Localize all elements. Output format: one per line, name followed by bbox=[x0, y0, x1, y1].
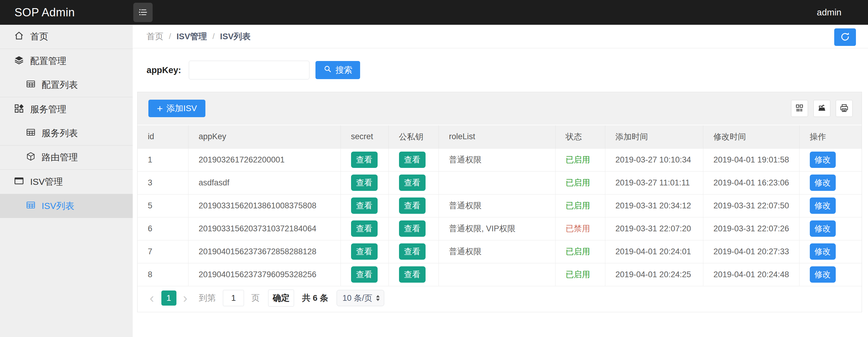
search-input[interactable] bbox=[189, 61, 309, 79]
sidebar-item-label: ISV列表 bbox=[42, 200, 74, 212]
edit-button[interactable]: 修改 bbox=[810, 174, 836, 191]
sidebar-item-config-list[interactable]: 配置列表 bbox=[0, 73, 133, 97]
cell-updatetime: 2019-04-01 20:24:48 bbox=[703, 263, 799, 286]
sidebar-item-home[interactable]: 首页 bbox=[0, 25, 133, 49]
breadcrumb-isv-manage[interactable]: ISV管理 bbox=[177, 31, 207, 42]
cell-updatetime: 2019-03-31 22:07:50 bbox=[703, 194, 799, 217]
pagination: ‹ 1 › 到第 页 确定 共 6 条 10 条/页 bbox=[137, 286, 862, 310]
view-keypair-button[interactable]: 查看 bbox=[399, 174, 426, 191]
sidebar-item-route[interactable]: 路由管理 bbox=[0, 145, 133, 170]
cell-id: 5 bbox=[137, 194, 188, 217]
cell-id: 8 bbox=[137, 263, 188, 286]
menu-toggle-button[interactable] bbox=[133, 3, 153, 22]
sidebar-item-label: 配置列表 bbox=[42, 79, 78, 91]
export-button[interactable] bbox=[813, 100, 830, 117]
sidebar-item-label: 配置管理 bbox=[30, 55, 66, 67]
page-size-select[interactable]: 10 条/页 bbox=[337, 290, 384, 306]
cell-id: 6 bbox=[137, 217, 188, 240]
view-secret-button[interactable]: 查看 bbox=[351, 220, 378, 237]
status-badge: 已启用 bbox=[555, 263, 605, 286]
cell-addtime: 2019-04-01 20:24:01 bbox=[605, 240, 703, 263]
status-badge: 已启用 bbox=[555, 171, 605, 194]
col-header-appkey: appKey bbox=[188, 125, 341, 148]
col-header-status: 状态 bbox=[555, 125, 605, 148]
table-row: 6 20190331562037310372184064 查看 查看 普通权限,… bbox=[137, 217, 862, 240]
breadcrumb-isv-list: ISV列表 bbox=[220, 31, 251, 42]
edit-button[interactable]: 修改 bbox=[810, 220, 836, 237]
table-icon bbox=[26, 79, 42, 91]
breadcrumb-home[interactable]: 首页 bbox=[147, 31, 163, 42]
home-icon bbox=[14, 30, 30, 43]
search-label: appKey: bbox=[147, 65, 181, 75]
plus-icon: + bbox=[157, 103, 163, 114]
col-header-actions: 操作 bbox=[799, 125, 862, 148]
view-secret-button[interactable]: 查看 bbox=[351, 151, 378, 168]
table-header-row: id appKey secret 公私钥 roleList 状态 添加时间 修改… bbox=[137, 125, 862, 148]
page-1-button[interactable]: 1 bbox=[161, 290, 177, 306]
export-icon bbox=[817, 104, 826, 114]
cell-updatetime: 2019-04-01 16:23:06 bbox=[703, 171, 799, 194]
sidebar-item-service-list[interactable]: 服务列表 bbox=[0, 121, 133, 145]
view-secret-button[interactable]: 查看 bbox=[351, 244, 378, 260]
sidebar-item-config[interactable]: 配置管理 bbox=[0, 49, 133, 73]
columns-setting-button[interactable] bbox=[791, 100, 808, 117]
view-keypair-button[interactable]: 查看 bbox=[399, 220, 426, 237]
cell-appkey: 20190401562373672858288128 bbox=[188, 240, 341, 263]
view-keypair-button[interactable]: 查看 bbox=[399, 244, 426, 260]
cell-id: 7 bbox=[137, 240, 188, 263]
cell-addtime: 2019-03-31 22:07:20 bbox=[605, 217, 703, 240]
cell-updatetime: 2019-04-01 19:01:58 bbox=[703, 148, 799, 171]
view-keypair-button[interactable]: 查看 bbox=[399, 151, 426, 168]
table-row: 1 2019032617262200001 查看 查看 普通权限 已启用 201… bbox=[137, 148, 862, 171]
search-button[interactable]: 搜索 bbox=[315, 61, 360, 79]
col-header-rolelist: roleList bbox=[438, 125, 555, 148]
user-name[interactable]: admin bbox=[817, 7, 868, 18]
main-content: 首页 / ISV管理 / ISV列表 appKey: bbox=[133, 25, 868, 337]
layers-icon bbox=[14, 55, 30, 67]
search-button-label: 搜索 bbox=[335, 64, 352, 76]
col-header-id: id bbox=[137, 125, 188, 148]
view-keypair-button[interactable]: 查看 bbox=[399, 197, 426, 214]
add-isv-button[interactable]: + 添加ISV bbox=[148, 100, 206, 117]
view-secret-button[interactable]: 查看 bbox=[351, 197, 378, 214]
sidebar-item-isv[interactable]: ISV管理 bbox=[0, 170, 133, 194]
cube-icon bbox=[26, 151, 42, 163]
view-secret-button[interactable]: 查看 bbox=[351, 174, 378, 191]
view-secret-button[interactable]: 查看 bbox=[351, 266, 378, 283]
prev-page-button[interactable]: ‹ bbox=[150, 291, 154, 305]
sidebar-item-isv-list[interactable]: ISV列表 bbox=[0, 194, 133, 218]
add-isv-label: 添加ISV bbox=[166, 103, 197, 114]
app-title: SOP Admin bbox=[0, 6, 133, 19]
goto-confirm-button[interactable]: 确定 bbox=[268, 289, 294, 307]
breadcrumb-separator: / bbox=[212, 32, 214, 41]
edit-button[interactable]: 修改 bbox=[810, 197, 836, 214]
cell-appkey: asdfasdf bbox=[188, 171, 341, 194]
edit-button[interactable]: 修改 bbox=[810, 151, 836, 168]
sidebar-item-service[interactable]: 服务管理 bbox=[0, 97, 133, 121]
goto-unit-label: 页 bbox=[251, 292, 260, 304]
view-keypair-button[interactable]: 查看 bbox=[399, 266, 426, 283]
cell-appkey: 20190401562373796095328256 bbox=[188, 263, 341, 286]
table-row: 7 20190401562373672858288128 查看 查看 普通权限 … bbox=[137, 240, 862, 263]
table-row: 5 20190331562013861008375808 查看 查看 普通权限 … bbox=[137, 194, 862, 217]
edit-button[interactable]: 修改 bbox=[810, 244, 836, 260]
print-button[interactable] bbox=[836, 100, 852, 117]
goto-page-input[interactable] bbox=[223, 290, 244, 306]
edit-button[interactable]: 修改 bbox=[810, 266, 836, 283]
search-icon bbox=[323, 65, 332, 76]
cell-rolelist bbox=[438, 171, 555, 194]
search-bar: appKey: 搜索 bbox=[133, 48, 868, 92]
table-icon bbox=[26, 200, 42, 212]
refresh-button[interactable] bbox=[834, 28, 856, 46]
total-count-label: 共 6 条 bbox=[302, 292, 328, 304]
cell-appkey: 20190331562013861008375808 bbox=[188, 194, 341, 217]
cell-addtime: 2019-03-27 10:10:34 bbox=[605, 148, 703, 171]
cell-addtime: 2019-03-27 11:01:11 bbox=[605, 171, 703, 194]
top-header: SOP Admin admin bbox=[0, 0, 868, 25]
sidebar: 首页 配置管理 配置列表 服务管理 bbox=[0, 25, 133, 337]
sidebar-item-label: 服务管理 bbox=[30, 103, 66, 116]
table-toolbar: + 添加ISV bbox=[137, 92, 862, 125]
sidebar-item-label: 服务列表 bbox=[42, 127, 78, 140]
next-page-button[interactable]: › bbox=[183, 291, 188, 305]
table-row: 8 20190401562373796095328256 查看 查看 已启用 2… bbox=[137, 263, 862, 286]
